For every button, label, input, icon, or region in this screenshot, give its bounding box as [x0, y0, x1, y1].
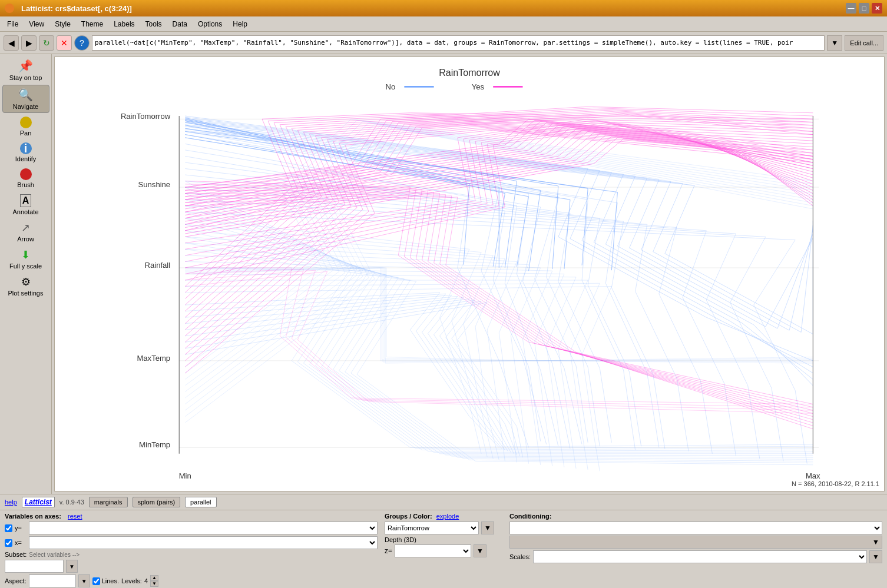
groups-title: Groups / Color: explode: [385, 513, 502, 520]
menu-style[interactable]: Style: [50, 19, 75, 29]
sidebar-item-identify[interactable]: i Identify: [2, 140, 49, 165]
levels-spinner[interactable]: ▲ ▼: [150, 575, 158, 587]
menu-file[interactable]: File: [2, 19, 23, 29]
aspect-dropdown[interactable]: ▼: [78, 574, 90, 587]
help-link[interactable]: help: [5, 499, 17, 506]
cond-dropdown[interactable]: ▼: [509, 536, 882, 549]
refresh-button[interactable]: ↻: [39, 35, 54, 51]
svg-text:MaxTemp: MaxTemp: [137, 354, 170, 363]
groups-dropdown[interactable]: ▼: [481, 521, 494, 534]
sidebar-label-navigate: Navigate: [13, 103, 38, 110]
sidebar-item-annotate[interactable]: A Annotate: [2, 192, 49, 218]
command-input[interactable]: [92, 35, 825, 51]
sidebar: 📌 Stay on top 🔍 Navigate Pan i Identify …: [0, 54, 52, 494]
svg-text:MinTemp: MinTemp: [139, 440, 170, 449]
sidebar-item-navigate[interactable]: 🔍 Navigate: [2, 85, 49, 113]
y-checkbox[interactable]: [5, 524, 12, 532]
bottom-panel: help Latticist v. 0.9-43 marginals splom…: [0, 494, 887, 588]
window-title: Latticist: crs$dataset[, c(3:24)]: [21, 4, 132, 13]
menu-view[interactable]: View: [24, 19, 49, 29]
sidebar-item-stay-on-top[interactable]: 📌 Stay on top: [2, 57, 49, 84]
x-checkbox[interactable]: [5, 539, 12, 547]
menu-tools[interactable]: Tools: [141, 19, 167, 29]
depth-label: Depth (3D): [385, 536, 502, 543]
select-vars-label: Select variables -->: [29, 552, 80, 558]
y-select[interactable]: [29, 521, 378, 534]
scales-row: Scales: ▼: [509, 550, 882, 563]
latticist-logo[interactable]: Latticist: [22, 497, 55, 507]
sidebar-label-plot-settings: Plot settings: [8, 290, 44, 297]
menubar: File View Style Theme Labels Tools Data …: [0, 16, 887, 32]
scales-select[interactable]: [533, 550, 867, 563]
minimize-button[interactable]: —: [846, 3, 856, 14]
explode-link[interactable]: explode: [436, 513, 459, 520]
aspect-row: Aspect: ▼ Lines. Levels: 4 ▲ ▼: [5, 574, 378, 587]
cmd-dropdown[interactable]: ▼: [827, 35, 842, 51]
tab-parallel[interactable]: parallel: [185, 497, 216, 507]
tab-splom[interactable]: splom (pairs): [133, 497, 181, 507]
stay-on-top-icon: 📌: [18, 59, 33, 73]
sidebar-label-arrow: Arrow: [17, 235, 34, 242]
identify-icon: i: [20, 142, 32, 154]
toolbar: ◀ ▶ ↻ ✕ ? ▼ Edit call...: [0, 32, 887, 54]
z-dropdown[interactable]: ▼: [474, 544, 486, 557]
bottom-vars: Variables on axes: reset y= x= Subset: S…: [0, 510, 887, 588]
groups-section: Groups / Color: explode RainTomorrow ▼ D…: [385, 513, 502, 587]
pan-icon: [20, 117, 32, 128]
cond-title: Conditioning:: [509, 513, 882, 520]
levels-row: Levels: 4 ▲ ▼: [121, 575, 158, 587]
x-field-row: x=: [5, 536, 378, 549]
sidebar-item-full-y-scale[interactable]: ⬇ Full y scale: [2, 246, 49, 272]
plot-settings-icon: ⚙: [21, 275, 31, 288]
lines-checkbox[interactable]: [92, 577, 100, 585]
aspect-label: Aspect:: [5, 577, 27, 584]
lines-label: Lines.: [92, 577, 119, 585]
plot-svg: RainTomorrow No Yes RainTomorrow Sunshin…: [55, 57, 884, 491]
menu-data[interactable]: Data: [168, 19, 192, 29]
subset-input[interactable]: [5, 560, 64, 573]
plot-area[interactable]: RainTomorrow No Yes RainTomorrow Sunshin…: [54, 57, 885, 491]
help-icon-btn[interactable]: ?: [74, 35, 90, 51]
sidebar-item-pan[interactable]: Pan: [2, 114, 49, 139]
maximize-button[interactable]: □: [859, 3, 869, 14]
menu-options[interactable]: Options: [193, 19, 227, 29]
levels-down[interactable]: ▼: [150, 581, 158, 587]
svg-text:Rainfall: Rainfall: [145, 261, 171, 270]
tab-marginals[interactable]: marginals: [89, 497, 128, 507]
groups-select[interactable]: RainTomorrow: [385, 521, 479, 534]
conditioning-section: Conditioning: ▼ Scales: ▼: [509, 513, 882, 587]
x-select[interactable]: [29, 536, 378, 549]
z-select[interactable]: [395, 544, 471, 557]
y-field-row: y=: [5, 521, 378, 534]
levels-up[interactable]: ▲: [150, 575, 158, 581]
stop-button[interactable]: ✕: [57, 35, 72, 51]
svg-text:Yes: Yes: [472, 82, 485, 91]
aspect-input[interactable]: [29, 574, 76, 587]
menu-labels[interactable]: Labels: [109, 19, 139, 29]
sidebar-label-identify: Identify: [15, 155, 36, 162]
scales-dropdown[interactable]: ▼: [869, 550, 882, 563]
svg-text:RainTomorrow: RainTomorrow: [439, 67, 500, 77]
sidebar-item-plot-settings[interactable]: ⚙ Plot settings: [2, 273, 49, 299]
sidebar-item-brush[interactable]: Brush: [2, 166, 49, 191]
menu-help[interactable]: Help: [228, 19, 252, 29]
n-info: N = 366, 2010-08-22, R 2.11.1: [792, 480, 879, 487]
edit-call-button[interactable]: Edit call...: [845, 35, 883, 51]
brush-icon: [20, 168, 32, 180]
vars-title: Variables on axes: reset: [5, 513, 378, 520]
app-icon: [5, 4, 14, 13]
sidebar-label-full-y-scale: Full y scale: [9, 263, 42, 270]
cond-select[interactable]: [509, 521, 882, 534]
sidebar-item-arrow[interactable]: ↗ Arrow: [2, 219, 49, 245]
sidebar-label-stay-on-top: Stay on top: [9, 74, 42, 81]
reset-link[interactable]: reset: [68, 513, 82, 520]
bottom-top-bar: help Latticist v. 0.9-43 marginals splom…: [0, 494, 887, 510]
titlebar: Latticist: crs$dataset[, c(3:24)] — □ ✕: [0, 0, 887, 16]
subset-dropdown[interactable]: ▼: [66, 560, 78, 573]
close-button[interactable]: ✕: [872, 3, 882, 14]
forward-button[interactable]: ▶: [21, 35, 37, 51]
back-button[interactable]: ◀: [4, 35, 19, 51]
annotate-icon: A: [20, 194, 32, 207]
vars-section: Variables on axes: reset y= x= Subset: S…: [5, 513, 378, 587]
menu-theme[interactable]: Theme: [77, 19, 108, 29]
